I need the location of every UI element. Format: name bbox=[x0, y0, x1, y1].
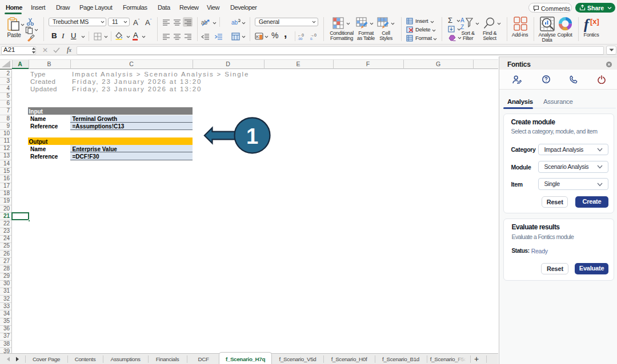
svg-text:1: 1 bbox=[246, 124, 258, 148]
svg-text:0.: 0. bbox=[310, 37, 313, 40]
svg-text:K: K bbox=[256, 34, 259, 39]
svg-text:.00: .00 bbox=[298, 37, 303, 40]
svg-text:←0: ←0 bbox=[298, 33, 304, 37]
svg-text:A: A bbox=[460, 17, 464, 23]
svg-text:ab: ab bbox=[231, 19, 238, 26]
svg-text:Z: Z bbox=[460, 24, 464, 30]
svg-text:→0: →0 bbox=[310, 33, 316, 37]
svg-text:ab: ab bbox=[201, 19, 208, 26]
